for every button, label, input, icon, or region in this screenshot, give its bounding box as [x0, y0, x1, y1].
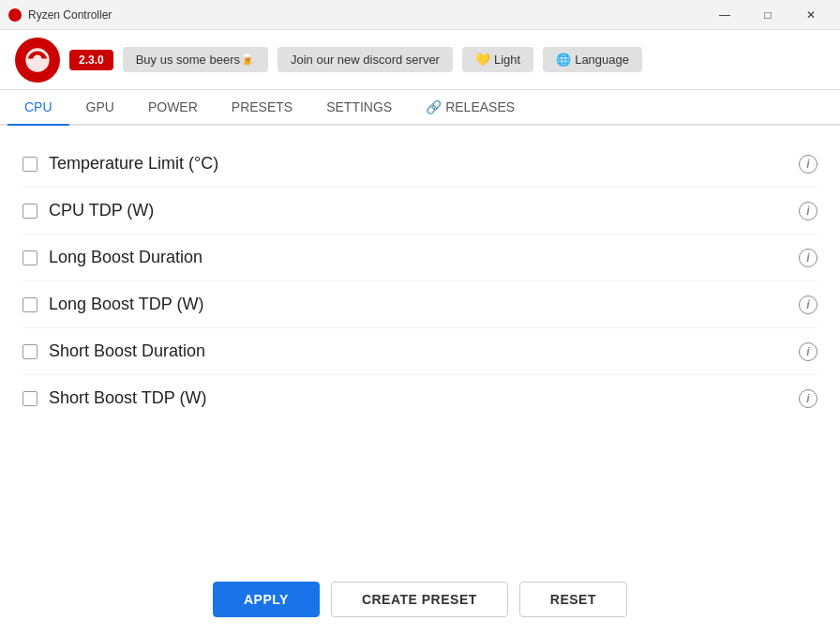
link-icon: 🔗: [426, 99, 442, 114]
tab-power[interactable]: POWER: [131, 90, 215, 126]
short-boost-tdp-checkbox[interactable]: [22, 391, 38, 406]
cpu-tdp-label: CPU TDP (W): [49, 201, 788, 220]
cpu-tdp-checkbox[interactable]: [22, 204, 38, 219]
long-boost-tdp-checkbox[interactable]: [22, 297, 38, 312]
minimize-button[interactable]: —: [703, 0, 746, 30]
svg-point-0: [8, 8, 22, 22]
temp-limit-label: Temperature Limit (°C): [49, 154, 788, 174]
short-boost-duration-label: Short Boost Duration: [49, 341, 788, 361]
header: 2.3.0 Buy us some beers🍺 Join our new di…: [0, 30, 840, 90]
light-label: Light: [494, 53, 520, 67]
long-boost-tdp-label: Long Boost TDP (W): [49, 295, 788, 314]
short-boost-duration-checkbox[interactable]: [22, 344, 38, 359]
tab-releases[interactable]: 🔗 RELEASES: [409, 90, 532, 126]
long-boost-duration-label: Long Boost Duration: [49, 248, 788, 267]
create-preset-button[interactable]: CREATE PRESET: [331, 582, 508, 617]
short-boost-duration-info-icon[interactable]: i: [799, 342, 818, 361]
version-badge: 2.3.0: [69, 50, 113, 70]
setting-short-boost-tdp: Short Boost TDP (W) i: [22, 375, 818, 421]
light-icon: 💛: [475, 53, 490, 67]
close-button[interactable]: ✕: [789, 0, 832, 30]
long-boost-duration-checkbox[interactable]: [22, 250, 38, 265]
app-icon: [8, 8, 22, 23]
app-title: Ryzen Controller: [28, 8, 703, 22]
maximize-button[interactable]: □: [746, 0, 789, 30]
discord-button[interactable]: Join our new discord server: [278, 47, 453, 72]
cpu-tdp-info-icon[interactable]: i: [799, 202, 818, 220]
setting-temp-limit: Temperature Limit (°C) i: [22, 141, 818, 188]
main-area: 2.3.0 Buy us some beers🍺 Join our new di…: [0, 30, 840, 636]
title-bar: Ryzen Controller — □ ✕: [0, 0, 840, 30]
language-icon: 🌐: [556, 53, 571, 67]
tabs: CPU GPU POWER PRESETS SETTINGS 🔗 RELEASE…: [0, 90, 840, 126]
window-controls: — □ ✕: [703, 0, 832, 30]
short-boost-tdp-label: Short Boost TDP (W): [49, 388, 788, 408]
setting-long-boost-tdp: Long Boost TDP (W) i: [22, 281, 818, 328]
setting-long-boost-duration: Long Boost Duration i: [22, 235, 818, 281]
short-boost-tdp-info-icon[interactable]: i: [799, 389, 818, 408]
long-boost-duration-info-icon[interactable]: i: [799, 249, 818, 267]
cpu-settings-content: Temperature Limit (°C) i CPU TDP (W) i L…: [0, 126, 840, 636]
apply-button[interactable]: APPLY: [213, 582, 320, 617]
logo: [15, 38, 60, 83]
beers-button[interactable]: Buy us some beers🍺: [123, 47, 268, 72]
light-mode-button[interactable]: 💛 Light: [462, 47, 533, 72]
setting-cpu-tdp: CPU TDP (W) i: [22, 188, 818, 235]
footer-actions: APPLY CREATE PRESET RESET: [0, 582, 840, 617]
temp-limit-checkbox[interactable]: [22, 157, 38, 172]
long-boost-tdp-info-icon[interactable]: i: [799, 295, 818, 314]
language-label: Language: [575, 53, 629, 67]
setting-short-boost-duration: Short Boost Duration i: [22, 328, 818, 375]
tab-gpu[interactable]: GPU: [69, 90, 131, 126]
tab-presets[interactable]: PRESETS: [215, 90, 309, 126]
language-button[interactable]: 🌐 Language: [543, 47, 642, 72]
temp-limit-info-icon[interactable]: i: [799, 155, 818, 174]
tab-settings[interactable]: SETTINGS: [309, 90, 409, 126]
reset-button[interactable]: RESET: [519, 582, 627, 617]
tab-cpu[interactable]: CPU: [8, 90, 69, 126]
